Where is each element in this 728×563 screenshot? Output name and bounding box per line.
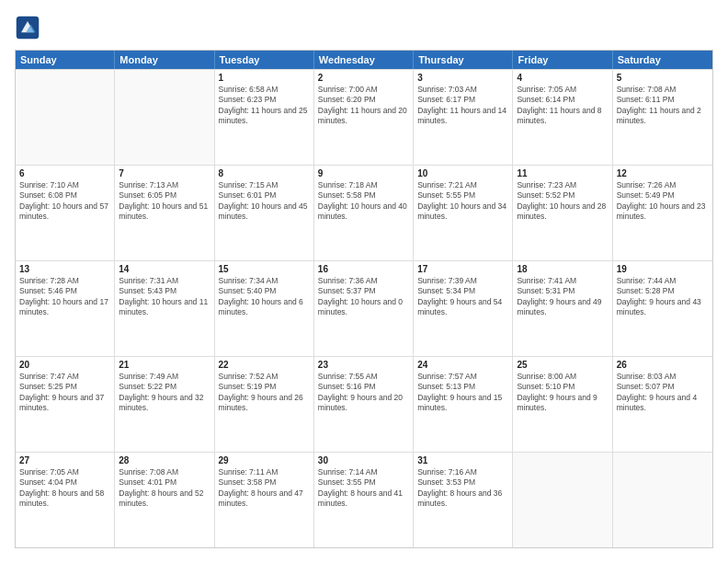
sunrise-text: Sunrise: 7:11 AM bbox=[219, 467, 310, 477]
day-number: 21 bbox=[119, 360, 210, 370]
sunrise-text: Sunrise: 7:05 AM bbox=[517, 85, 608, 95]
calendar-cell: 19Sunrise: 7:44 AMSunset: 5:28 PMDayligh… bbox=[613, 261, 712, 356]
sunset-text: Sunset: 5:52 PM bbox=[517, 190, 608, 201]
calendar-cell: 23Sunrise: 7:55 AMSunset: 5:16 PMDayligh… bbox=[314, 357, 414, 452]
day-number: 30 bbox=[318, 455, 409, 465]
calendar-cell: 16Sunrise: 7:36 AMSunset: 5:37 PMDayligh… bbox=[314, 261, 414, 356]
calendar-cell: 11Sunrise: 7:23 AMSunset: 5:52 PMDayligh… bbox=[513, 166, 612, 260]
day-number: 27 bbox=[19, 455, 110, 465]
calendar-cell: 20Sunrise: 7:47 AMSunset: 5:25 PMDayligh… bbox=[16, 357, 115, 452]
day-number: 4 bbox=[517, 73, 608, 83]
sunset-text: Sunset: 5:49 PM bbox=[617, 190, 709, 201]
day-number: 19 bbox=[617, 264, 709, 274]
sunset-text: Sunset: 5:22 PM bbox=[119, 382, 210, 392]
daylight-text: Daylight: 9 hours and 43 minutes. bbox=[617, 297, 709, 318]
day-number: 18 bbox=[517, 264, 608, 274]
day-number: 3 bbox=[417, 73, 508, 83]
sunrise-text: Sunrise: 7:08 AM bbox=[119, 467, 210, 477]
calendar-cell bbox=[613, 453, 712, 547]
day-number: 31 bbox=[417, 455, 508, 465]
calendar-cell: 26Sunrise: 8:03 AMSunset: 5:07 PMDayligh… bbox=[613, 357, 712, 452]
calendar-cell: 1Sunrise: 6:58 AMSunset: 6:23 PMDaylight… bbox=[215, 70, 314, 165]
daylight-text: Daylight: 10 hours and 57 minutes. bbox=[19, 201, 110, 223]
calendar-header: SundayMondayTuesdayWednesdayThursdayFrid… bbox=[16, 51, 712, 69]
day-number: 9 bbox=[318, 168, 409, 178]
sunset-text: Sunset: 6:11 PM bbox=[617, 95, 709, 105]
daylight-text: Daylight: 9 hours and 4 minutes. bbox=[617, 393, 709, 414]
sunset-text: Sunset: 5:55 PM bbox=[417, 190, 508, 201]
calendar-cell: 15Sunrise: 7:34 AMSunset: 5:40 PMDayligh… bbox=[215, 261, 314, 356]
daylight-text: Daylight: 10 hours and 28 minutes. bbox=[517, 201, 608, 223]
calendar-cell: 25Sunrise: 8:00 AMSunset: 5:10 PMDayligh… bbox=[513, 357, 612, 452]
calendar-body: 1Sunrise: 6:58 AMSunset: 6:23 PMDaylight… bbox=[16, 69, 712, 547]
sunrise-text: Sunrise: 7:23 AM bbox=[517, 180, 608, 190]
daylight-text: Daylight: 10 hours and 40 minutes. bbox=[318, 201, 409, 223]
day-number: 6 bbox=[19, 168, 110, 178]
daylight-text: Daylight: 9 hours and 49 minutes. bbox=[517, 297, 608, 318]
sunset-text: Sunset: 5:40 PM bbox=[219, 286, 310, 296]
daylight-text: Daylight: 10 hours and 34 minutes. bbox=[417, 201, 508, 223]
sunset-text: Sunset: 5:34 PM bbox=[417, 286, 508, 296]
sunset-text: Sunset: 5:28 PM bbox=[617, 286, 709, 296]
sunset-text: Sunset: 4:01 PM bbox=[119, 477, 210, 488]
calendar-cell: 18Sunrise: 7:41 AMSunset: 5:31 PMDayligh… bbox=[513, 261, 612, 356]
calendar-cell: 22Sunrise: 7:52 AMSunset: 5:19 PMDayligh… bbox=[215, 357, 314, 452]
sunrise-text: Sunrise: 7:08 AM bbox=[617, 85, 709, 95]
daylight-text: Daylight: 9 hours and 26 minutes. bbox=[219, 393, 310, 414]
day-number: 22 bbox=[219, 360, 310, 370]
sunset-text: Sunset: 5:43 PM bbox=[119, 286, 210, 296]
calendar-row: 27Sunrise: 7:05 AMSunset: 4:04 PMDayligh… bbox=[16, 452, 712, 547]
calendar-cell: 2Sunrise: 7:00 AMSunset: 6:20 PMDaylight… bbox=[314, 70, 414, 165]
daylight-text: Daylight: 8 hours and 47 minutes. bbox=[219, 488, 310, 510]
calendar-row: 13Sunrise: 7:28 AMSunset: 5:46 PMDayligh… bbox=[16, 260, 712, 356]
sunrise-text: Sunrise: 7:21 AM bbox=[417, 180, 508, 190]
calendar-cell: 17Sunrise: 7:39 AMSunset: 5:34 PMDayligh… bbox=[414, 261, 513, 356]
calendar-cell: 12Sunrise: 7:26 AMSunset: 5:49 PMDayligh… bbox=[613, 166, 712, 260]
day-number: 29 bbox=[219, 455, 310, 465]
sunrise-text: Sunrise: 8:03 AM bbox=[617, 372, 709, 382]
sunrise-text: Sunrise: 7:13 AM bbox=[119, 180, 210, 190]
day-number: 10 bbox=[417, 168, 508, 178]
sunset-text: Sunset: 5:16 PM bbox=[318, 382, 409, 392]
sunset-text: Sunset: 6:17 PM bbox=[417, 95, 508, 105]
day-number: 23 bbox=[318, 360, 409, 370]
sunrise-text: Sunrise: 7:10 AM bbox=[19, 180, 110, 190]
sunset-text: Sunset: 6:08 PM bbox=[19, 190, 110, 201]
calendar-header-cell: Sunday bbox=[16, 51, 115, 69]
calendar-header-cell: Tuesday bbox=[215, 51, 314, 69]
sunrise-text: Sunrise: 7:26 AM bbox=[617, 180, 709, 190]
calendar-header-cell: Saturday bbox=[613, 51, 712, 69]
sunrise-text: Sunrise: 7:16 AM bbox=[417, 467, 508, 477]
daylight-text: Daylight: 10 hours and 6 minutes. bbox=[219, 297, 310, 318]
day-number: 2 bbox=[318, 73, 409, 83]
daylight-text: Daylight: 9 hours and 9 minutes. bbox=[517, 393, 608, 414]
sunrise-text: Sunrise: 7:03 AM bbox=[417, 85, 508, 95]
sunrise-text: Sunrise: 7:05 AM bbox=[19, 467, 110, 477]
sunrise-text: Sunrise: 7:31 AM bbox=[119, 276, 210, 286]
calendar-cell: 3Sunrise: 7:03 AMSunset: 6:17 PMDaylight… bbox=[414, 70, 513, 165]
daylight-text: Daylight: 10 hours and 45 minutes. bbox=[219, 201, 310, 223]
daylight-text: Daylight: 10 hours and 51 minutes. bbox=[119, 201, 210, 223]
daylight-text: Daylight: 8 hours and 52 minutes. bbox=[119, 488, 210, 510]
day-number: 13 bbox=[19, 264, 110, 274]
calendar-cell bbox=[16, 70, 115, 165]
calendar-cell: 14Sunrise: 7:31 AMSunset: 5:43 PMDayligh… bbox=[115, 261, 214, 356]
sunset-text: Sunset: 5:10 PM bbox=[517, 382, 608, 392]
sunrise-text: Sunrise: 7:28 AM bbox=[19, 276, 110, 286]
sunrise-text: Sunrise: 7:34 AM bbox=[219, 276, 310, 286]
day-number: 26 bbox=[617, 360, 709, 370]
calendar-cell: 7Sunrise: 7:13 AMSunset: 6:05 PMDaylight… bbox=[115, 166, 214, 260]
daylight-text: Daylight: 10 hours and 23 minutes. bbox=[617, 201, 709, 223]
calendar-cell: 24Sunrise: 7:57 AMSunset: 5:13 PMDayligh… bbox=[414, 357, 513, 452]
daylight-text: Daylight: 9 hours and 32 minutes. bbox=[119, 393, 210, 414]
day-number: 7 bbox=[119, 168, 210, 178]
calendar-cell bbox=[115, 70, 214, 165]
daylight-text: Daylight: 9 hours and 20 minutes. bbox=[318, 393, 409, 414]
daylight-text: Daylight: 9 hours and 37 minutes. bbox=[19, 393, 110, 414]
sunset-text: Sunset: 6:14 PM bbox=[517, 95, 608, 105]
calendar-row: 20Sunrise: 7:47 AMSunset: 5:25 PMDayligh… bbox=[16, 356, 712, 452]
sunrise-text: Sunrise: 7:55 AM bbox=[318, 372, 409, 382]
sunset-text: Sunset: 5:37 PM bbox=[318, 286, 409, 296]
calendar-cell: 6Sunrise: 7:10 AMSunset: 6:08 PMDaylight… bbox=[16, 166, 115, 260]
daylight-text: Daylight: 11 hours and 25 minutes. bbox=[219, 106, 310, 127]
